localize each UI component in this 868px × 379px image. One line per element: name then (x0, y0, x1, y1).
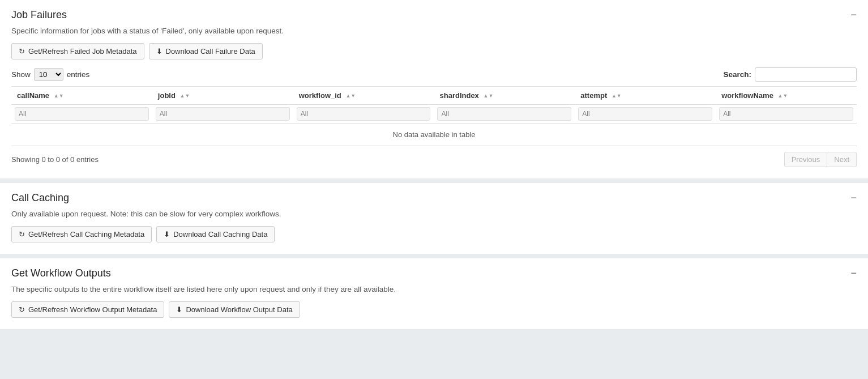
table-header-row: callName ▲▼ jobId ▲▼ workflow_id ▲▼ shar… (11, 87, 857, 105)
get-workflow-outputs-description: The specific outputs to the entire workf… (11, 285, 857, 293)
refresh-call-caching-label: Get/Refresh Call Caching Metadata (28, 230, 144, 239)
filter-jobid[interactable] (156, 107, 290, 121)
job-failures-btn-group: Get/Refresh Failed Job Metadata Download… (11, 43, 857, 59)
job-failures-title: Job Failures (11, 9, 67, 21)
show-entries-control: Show 10 25 50 100 entries (11, 68, 89, 81)
download-icon-workflow (176, 305, 182, 314)
filter-workflow-id[interactable] (297, 107, 431, 121)
get-workflow-outputs-section: Get Workflow Outputs − The specific outp… (0, 258, 868, 329)
refresh-failed-job-label: Get/Refresh Failed Job Metadata (28, 47, 137, 56)
search-box: Search: (723, 67, 857, 82)
call-caching-btn-group: Get/Refresh Call Caching Metadata Downlo… (11, 226, 857, 242)
call-caching-title: Call Caching (11, 192, 69, 204)
job-failures-table: callName ▲▼ jobId ▲▼ workflow_id ▲▼ shar… (11, 86, 857, 146)
refresh-icon-workflow (19, 305, 25, 314)
filter-cell-shardindex (434, 105, 575, 124)
workflow-outputs-btn-group: Get/Refresh Workflow Output Metadata Dow… (11, 301, 857, 318)
refresh-failed-job-btn[interactable]: Get/Refresh Failed Job Metadata (11, 43, 144, 59)
filter-cell-callname (11, 105, 152, 124)
download-call-caching-btn[interactable]: Download Call Caching Data (156, 226, 275, 242)
call-caching-section: Call Caching − Only available upon reque… (0, 183, 868, 254)
download-icon (156, 47, 163, 56)
sort-arrows-workflow-id: ▲▼ (345, 93, 356, 99)
filter-cell-workflow-id (293, 105, 434, 124)
job-failures-section: Job Failures − Specific information for … (0, 0, 868, 178)
col-header-workflowname[interactable]: workflowName ▲▼ (716, 87, 857, 105)
sort-arrows-workflowname: ▲▼ (778, 93, 788, 99)
no-data-row: No data available in table (11, 124, 857, 146)
filter-shardindex[interactable] (437, 107, 571, 121)
call-caching-collapse-icon[interactable]: − (850, 192, 857, 204)
download-call-caching-label: Download Call Caching Data (173, 230, 267, 239)
table-controls: Show 10 25 50 100 entries Search: (11, 67, 857, 82)
no-data-message: No data available in table (11, 124, 857, 146)
get-workflow-outputs-title: Get Workflow Outputs (11, 267, 111, 279)
download-workflow-output-label: Download Workflow Output Data (186, 305, 292, 314)
filter-attempt[interactable] (578, 107, 712, 121)
download-icon-caching (164, 230, 170, 239)
table-footer: Showing 0 to 0 of 0 entries Previous Nex… (11, 152, 857, 167)
refresh-icon (19, 47, 25, 56)
get-workflow-outputs-header: Get Workflow Outputs − (11, 267, 857, 279)
filter-row (11, 105, 857, 124)
col-header-shardindex[interactable]: shardIndex ▲▼ (434, 87, 575, 105)
sort-arrows-attempt: ▲▼ (612, 93, 622, 99)
download-call-failure-btn[interactable]: Download Call Failure Data (149, 43, 263, 59)
download-call-failure-label: Download Call Failure Data (166, 47, 255, 56)
col-header-callname[interactable]: callName ▲▼ (11, 87, 152, 105)
filter-workflowname[interactable] (719, 107, 853, 121)
showing-entries-text: Showing 0 to 0 of 0 entries (11, 155, 99, 164)
filter-cell-jobid (152, 105, 293, 124)
sort-arrows-callname: ▲▼ (54, 93, 64, 99)
call-caching-header: Call Caching − (11, 192, 857, 204)
refresh-call-caching-btn[interactable]: Get/Refresh Call Caching Metadata (11, 226, 152, 242)
filter-cell-attempt (575, 105, 716, 124)
job-failures-description: Specific information for jobs with a sta… (11, 27, 857, 35)
filter-callname[interactable] (15, 107, 149, 121)
col-header-workflow-id[interactable]: workflow_id ▲▼ (293, 87, 434, 105)
refresh-workflow-output-label: Get/Refresh Workflow Output Metadata (28, 305, 157, 314)
job-failures-collapse-icon[interactable]: − (850, 9, 857, 21)
col-header-jobid[interactable]: jobId ▲▼ (152, 87, 293, 105)
col-header-attempt[interactable]: attempt ▲▼ (575, 87, 716, 105)
show-label: Show (11, 70, 31, 79)
get-workflow-outputs-collapse-icon[interactable]: − (850, 267, 857, 279)
refresh-workflow-output-btn[interactable]: Get/Refresh Workflow Output Metadata (11, 301, 164, 318)
refresh-icon-caching (19, 230, 25, 239)
pagination: Previous Next (784, 152, 857, 167)
entries-select[interactable]: 10 25 50 100 (34, 68, 63, 81)
next-btn[interactable]: Next (827, 152, 857, 167)
sort-arrows-shardindex: ▲▼ (483, 93, 493, 99)
search-label: Search: (723, 70, 751, 79)
search-input[interactable] (755, 67, 857, 82)
entries-label: entries (67, 70, 90, 79)
download-workflow-output-btn[interactable]: Download Workflow Output Data (169, 301, 300, 318)
previous-btn[interactable]: Previous (784, 152, 828, 167)
call-caching-description: Only available upon request. Note: this … (11, 210, 857, 218)
filter-cell-workflowname (716, 105, 857, 124)
sort-arrows-jobid: ▲▼ (180, 93, 190, 99)
job-failures-header: Job Failures − (11, 9, 857, 21)
